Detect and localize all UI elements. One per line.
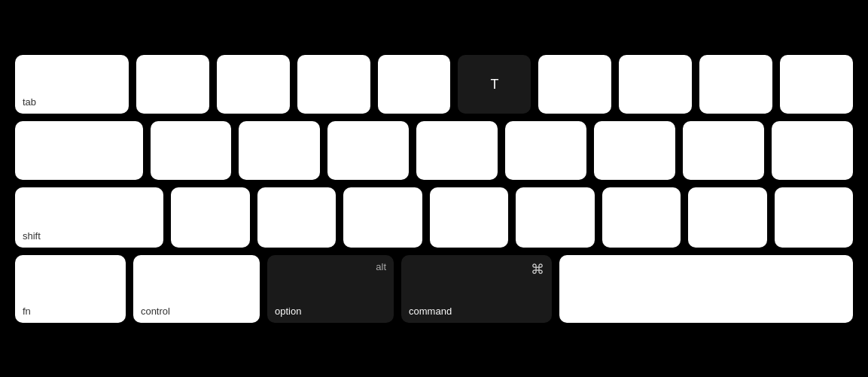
key-y[interactable] xyxy=(538,55,611,114)
key-command[interactable]: ⌘ command xyxy=(401,255,552,323)
key-command-symbol: ⌘ xyxy=(531,261,544,278)
key-caps[interactable] xyxy=(15,121,143,180)
key-a[interactable] xyxy=(151,121,232,180)
key-comma[interactable] xyxy=(775,187,853,248)
key-d[interactable] xyxy=(327,121,409,180)
key-w[interactable] xyxy=(217,55,290,114)
key-s[interactable] xyxy=(239,121,320,180)
key-control-label: control xyxy=(141,306,252,317)
key-h[interactable] xyxy=(594,121,675,180)
key-c[interactable] xyxy=(343,187,422,248)
key-b[interactable] xyxy=(516,187,594,248)
keyboard-row-1: tab T xyxy=(15,55,853,114)
key-space[interactable] xyxy=(559,255,853,323)
key-t-label: T xyxy=(490,76,498,92)
key-tab[interactable]: tab xyxy=(15,55,129,114)
key-shift[interactable]: shift xyxy=(15,187,163,248)
keyboard-row-3: shift xyxy=(15,187,853,248)
keyboard-row-4: fn control alt option ⌘ command xyxy=(15,255,853,323)
key-j[interactable] xyxy=(683,121,764,180)
key-command-label: command xyxy=(409,306,544,317)
key-shift-label: shift xyxy=(23,230,156,242)
key-control[interactable]: control xyxy=(133,255,260,323)
key-r[interactable] xyxy=(378,55,451,114)
keyboard-row-2 xyxy=(15,121,853,180)
key-fn-label: fn xyxy=(23,306,118,317)
key-x[interactable] xyxy=(257,187,336,248)
keyboard: tab T shift xyxy=(0,0,868,377)
key-f[interactable] xyxy=(416,121,498,180)
key-n[interactable] xyxy=(602,187,681,248)
key-fn[interactable]: fn xyxy=(15,255,126,323)
key-option-label: option xyxy=(275,306,386,317)
key-z[interactable] xyxy=(171,187,249,248)
key-tab-label: tab xyxy=(23,96,121,108)
key-option[interactable]: alt option xyxy=(267,255,394,323)
key-k[interactable] xyxy=(772,121,853,180)
key-o[interactable] xyxy=(780,55,853,114)
key-option-top-label: alt xyxy=(376,261,386,272)
key-v[interactable] xyxy=(430,187,508,248)
key-t[interactable]: T xyxy=(458,55,531,114)
key-m[interactable] xyxy=(688,187,766,248)
key-u[interactable] xyxy=(619,55,692,114)
key-q[interactable] xyxy=(136,55,209,114)
key-e[interactable] xyxy=(297,55,370,114)
key-i[interactable] xyxy=(699,55,772,114)
key-g[interactable] xyxy=(505,121,586,180)
